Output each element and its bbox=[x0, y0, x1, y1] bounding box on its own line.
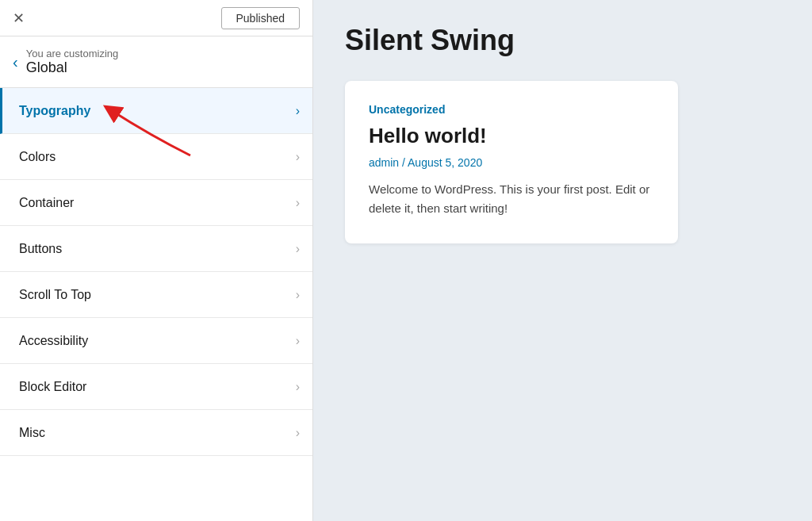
close-icon[interactable]: ✕ bbox=[13, 11, 25, 25]
post-card: Uncategorized Hello world! admin / Augus… bbox=[345, 81, 678, 243]
post-excerpt: Welcome to WordPress. This is your first… bbox=[369, 180, 654, 218]
menu-list: Typography › Colors › Container › Button… bbox=[0, 88, 312, 456]
section-title: Global bbox=[26, 59, 119, 76]
menu-item-label: Block Editor bbox=[19, 380, 86, 394]
chevron-right-icon: › bbox=[296, 288, 300, 302]
post-meta: admin / August 5, 2020 bbox=[369, 156, 654, 169]
sidebar-item-buttons[interactable]: Buttons › bbox=[0, 226, 312, 272]
menu-item-label: Buttons bbox=[19, 242, 62, 256]
published-button[interactable]: Published bbox=[221, 7, 301, 29]
sidebar-item-accessibility[interactable]: Accessibility › bbox=[0, 318, 312, 364]
site-title: Silent Swing bbox=[345, 24, 780, 57]
menu-item-label: Typography bbox=[19, 104, 90, 118]
chevron-right-icon: › bbox=[296, 426, 300, 440]
chevron-right-icon: › bbox=[296, 150, 300, 164]
chevron-right-icon: › bbox=[296, 196, 300, 210]
back-button[interactable]: ‹ bbox=[13, 53, 18, 71]
chevron-right-icon: › bbox=[296, 242, 300, 256]
menu-item-label: Misc bbox=[19, 426, 45, 440]
post-title: Hello world! bbox=[369, 124, 654, 148]
sidebar-item-container[interactable]: Container › bbox=[0, 180, 312, 226]
chevron-right-icon: › bbox=[296, 380, 300, 394]
sidebar-item-scroll-to-top[interactable]: Scroll To Top › bbox=[0, 272, 312, 318]
chevron-right-icon: › bbox=[296, 334, 300, 348]
sidebar-item-block-editor[interactable]: Block Editor › bbox=[0, 364, 312, 410]
menu-item-label: Colors bbox=[19, 150, 56, 164]
sidebar-item-colors[interactable]: Colors › bbox=[0, 134, 312, 180]
menu-item-label: Accessibility bbox=[19, 334, 88, 348]
sidebar-item-misc[interactable]: Misc › bbox=[0, 410, 312, 456]
menu-item-label: Scroll To Top bbox=[19, 288, 91, 302]
customizing-label: You are customizing bbox=[26, 48, 119, 59]
chevron-right-icon: › bbox=[296, 104, 300, 118]
post-category[interactable]: Uncategorized bbox=[369, 103, 654, 116]
sidebar-item-typography[interactable]: Typography › bbox=[0, 88, 312, 134]
menu-item-label: Container bbox=[19, 196, 74, 210]
preview-panel: Silent Swing Uncategorized Hello world! … bbox=[313, 0, 812, 521]
